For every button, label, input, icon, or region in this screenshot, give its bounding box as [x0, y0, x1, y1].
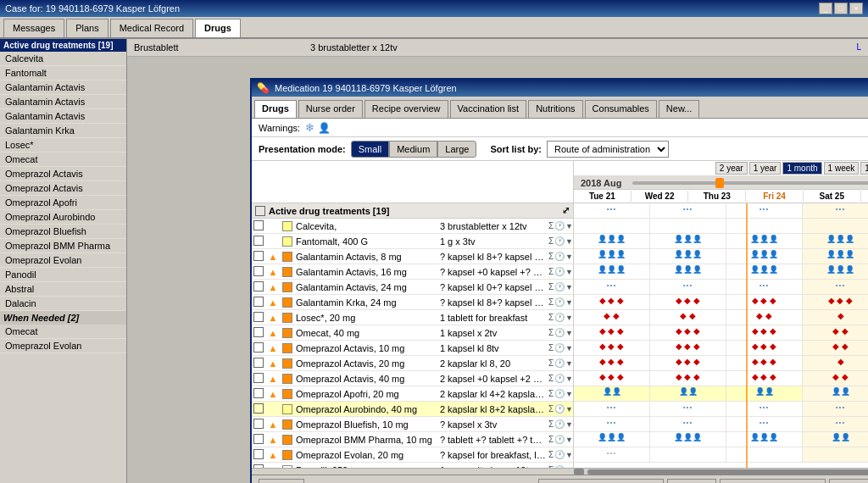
- zoom-2year[interactable]: 2 year: [715, 162, 748, 175]
- horizontal-scrollbar[interactable]: [252, 468, 868, 475]
- minimize-button[interactable]: _: [819, 3, 832, 14]
- sidebar-item-omeprazol-auro[interactable]: Omeprazol Aurobindo: [0, 210, 126, 225]
- sigma-omeprazol-apofri[interactable]: Σ: [548, 389, 554, 398]
- dropdown-omeprazol-10[interactable]: ▼: [565, 344, 573, 353]
- sidebar-item-calcevita[interactable]: Calcevita: [0, 52, 126, 66]
- clock-galantamin-16[interactable]: 🕐: [554, 267, 565, 276]
- btn-large[interactable]: Large: [437, 141, 476, 158]
- modal-tab-consumables[interactable]: Consumables: [585, 100, 657, 118]
- modal-tab-drugs[interactable]: Drugs: [254, 100, 297, 118]
- btn-medium[interactable]: Medium: [389, 141, 437, 158]
- clock-omeprazol-bmm[interactable]: 🕐: [554, 435, 565, 444]
- sidebar-item-omeprazol2[interactable]: Omeprazol Actavis: [0, 181, 126, 196]
- dropdown-galantamin-8[interactable]: ▼: [565, 253, 573, 261]
- sigma-omeprazol-10[interactable]: Σ: [548, 343, 554, 353]
- sidebar-item-fantomalt[interactable]: Fantomalt: [0, 66, 126, 80]
- sigma-losec[interactable]: Σ: [548, 313, 554, 322]
- clock-omeprazol-bluefish[interactable]: 🕐: [554, 419, 565, 429]
- sigma-galantamin-krka[interactable]: Σ: [548, 297, 554, 307]
- checkbox-fantomalt[interactable]: [252, 236, 265, 247]
- sidebar-item-galantamin-krka[interactable]: Galantamin Krka: [0, 124, 126, 138]
- tab-plans[interactable]: Plans: [66, 19, 108, 37]
- sort-select[interactable]: Route of administration: [547, 141, 669, 158]
- sigma-omecat[interactable]: Σ: [548, 328, 554, 337]
- btn-small[interactable]: Small: [351, 141, 390, 158]
- sidebar-item-panodil[interactable]: Panodil: [0, 268, 126, 282]
- review-administering-button[interactable]: Review and Administering: [538, 479, 665, 484]
- checkbox-galantamin-krka[interactable]: [252, 297, 265, 308]
- sidebar-item-losec[interactable]: Losec*: [0, 138, 126, 153]
- dropdown-fantomalt[interactable]: ▼: [565, 237, 573, 246]
- clock-galantamin-24[interactable]: 🕐: [554, 282, 565, 291]
- dropdown-omeprazol-bmm[interactable]: ▼: [565, 436, 573, 444]
- dropdown-omeprazol-bluefish[interactable]: ▼: [565, 420, 573, 429]
- sidebar-item-omeprazol1[interactable]: Omeprazol Actavis: [0, 167, 126, 181]
- modal-tab-nutritions[interactable]: Nutritions: [528, 100, 582, 118]
- pharmaceutical-story-button[interactable]: Pharmaceutical story: [720, 479, 826, 484]
- sidebar-item-omeprazol-apofri[interactable]: Omeprazol Apofri: [0, 196, 126, 210]
- dropdown-galantamin-16[interactable]: ▼: [565, 268, 573, 276]
- sigma-calcevita[interactable]: Σ: [548, 221, 554, 230]
- close-button[interactable]: ×: [849, 3, 863, 14]
- checkbox-calcevita[interactable]: [252, 220, 265, 232]
- clock-losec[interactable]: 🕐: [554, 313, 565, 322]
- print-button[interactable]: Print...: [259, 479, 304, 484]
- sigma-fantomalt[interactable]: Σ: [548, 236, 554, 246]
- select-all-checkbox[interactable]: [255, 206, 265, 216]
- sidebar-item-abstral[interactable]: Abstral: [0, 282, 126, 297]
- dropdown-omeprazol-auro[interactable]: ▼: [565, 405, 573, 414]
- dropdown-omeprazol-40[interactable]: ▼: [565, 375, 573, 383]
- zoom-1week[interactable]: 1 week: [824, 162, 860, 175]
- clock-galantamin-krka[interactable]: 🕐: [554, 297, 565, 307]
- date-slider[interactable]: [632, 181, 868, 185]
- expand-all-icon[interactable]: ⤢: [562, 205, 570, 216]
- checkbox-galantamin-16[interactable]: [252, 266, 265, 278]
- sigma-omeprazol-20[interactable]: Σ: [548, 358, 554, 368]
- sidebar-item-omeprazol-evolan[interactable]: Omeprazol Evolan: [0, 253, 126, 268]
- sidebar-item-omecat-wn[interactable]: Omecat: [0, 325, 126, 339]
- dropdown-calcevita[interactable]: ▼: [565, 222, 573, 230]
- clock-omeprazol-10[interactable]: 🕐: [554, 343, 565, 353]
- clock-fantomalt[interactable]: 🕐: [554, 236, 565, 246]
- clock-omeprazol-apofri[interactable]: 🕐: [554, 389, 565, 398]
- dropdown-losec[interactable]: ▼: [565, 314, 573, 322]
- zoom-1month[interactable]: 1 month: [782, 162, 821, 175]
- sigma-omeprazol-bmm[interactable]: Σ: [548, 435, 554, 444]
- checkbox-omecat[interactable]: [252, 327, 265, 339]
- checkbox-omeprazol-evolan[interactable]: [252, 449, 265, 461]
- clock-omeprazol-evolan[interactable]: 🕐: [554, 450, 565, 459]
- sigma-galantamin-8[interactable]: Σ: [548, 252, 554, 261]
- dropdown-omeprazol-apofri[interactable]: ▼: [565, 390, 573, 398]
- clock-galantamin-8[interactable]: 🕐: [554, 252, 565, 261]
- checkbox-omeprazol-apofri[interactable]: [252, 388, 265, 400]
- tab-messages[interactable]: Messages: [3, 19, 64, 37]
- checkbox-omeprazol-40[interactable]: [252, 373, 265, 385]
- clock-omeprazol-auro[interactable]: 🕐: [554, 404, 565, 414]
- zoom-1year[interactable]: 1 year: [749, 162, 782, 175]
- checkbox-omeprazol-auro[interactable]: [252, 403, 265, 415]
- sigma-omeprazol-auro[interactable]: Σ: [548, 404, 554, 414]
- tab-drugs[interactable]: Drugs: [195, 19, 241, 37]
- historic-list-button[interactable]: Historic list: [829, 479, 868, 484]
- clock-omecat[interactable]: 🕐: [554, 328, 565, 337]
- sigma-galantamin-16[interactable]: Σ: [548, 267, 554, 276]
- clock-calcevita[interactable]: 🕐: [554, 221, 565, 230]
- sidebar-item-galantamin2[interactable]: Galantamin Actavis: [0, 95, 126, 109]
- clock-omeprazol-40[interactable]: 🕐: [554, 374, 565, 383]
- dropdown-omeprazol-20[interactable]: ▼: [565, 359, 573, 368]
- sigma-omeprazol-evolan[interactable]: Σ: [548, 450, 554, 459]
- checkbox-omeprazol-bmm[interactable]: [252, 434, 265, 446]
- dropdown-galantamin-krka[interactable]: ▼: [565, 298, 573, 307]
- sidebar-item-galantamin3[interactable]: Galantamin Actavis: [0, 109, 126, 124]
- hscroll-thumb[interactable]: [587, 469, 868, 475]
- modal-tab-vaccination[interactable]: Vaccination list: [450, 100, 527, 118]
- sidebar-item-omecat[interactable]: Omecat: [0, 153, 126, 167]
- clock-omeprazol-20[interactable]: 🕐: [554, 358, 565, 368]
- sigma-omeprazol-40[interactable]: Σ: [548, 374, 554, 383]
- sigma-galantamin-24[interactable]: Σ: [548, 282, 554, 291]
- review-button[interactable]: Review: [667, 479, 716, 484]
- dropdown-galantamin-24[interactable]: ▼: [565, 283, 573, 291]
- sidebar-item-omeprazol-blue[interactable]: Omeprazol Bluefish: [0, 225, 126, 239]
- maximize-button[interactable]: □: [834, 3, 848, 14]
- checkbox-galantamin-8[interactable]: [252, 251, 265, 263]
